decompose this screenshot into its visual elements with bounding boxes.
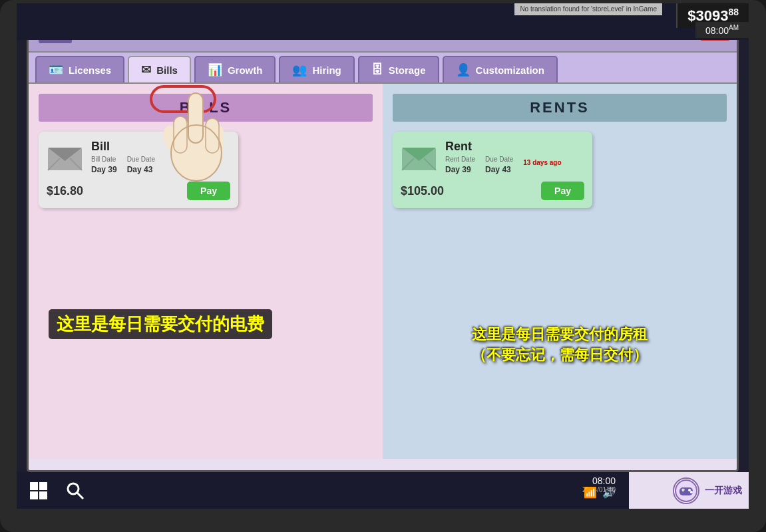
bill-due-date-item: Due Date Day 43	[127, 156, 155, 175]
rent-date-item: Rent Date Day 39	[445, 156, 475, 175]
content-area: BILLS	[29, 84, 737, 459]
rent-card-top: Rent Rent Date Day 39 Due Date Day 43	[401, 140, 584, 175]
translation-notice: No translation found for 'storeLevel' in…	[514, 3, 662, 15]
svg-point-26	[688, 489, 691, 491]
bill-pay-button[interactable]: Pay	[187, 182, 230, 200]
taskbar-status-icons: 📶 🔊	[584, 486, 616, 499]
bill-title: Bill	[91, 140, 230, 154]
wifi-icon: 📶	[584, 486, 597, 499]
tab-bar: 🪪 Licenses ✉ Bills 📊 Growth 👥 Hiring 🗄	[29, 53, 737, 84]
bill-card-bottom: $16.80 Pay	[47, 182, 230, 200]
screen: No translation found for 'storeLevel' in…	[17, 3, 749, 509]
svg-point-27	[690, 491, 693, 493]
rents-header: RENTS	[393, 94, 727, 122]
bill-date-item: Bill Date Day 39	[91, 156, 117, 175]
bill-card: Bill Bill Date Day 39 Due Date Day 43	[39, 132, 238, 208]
rent-overdue-item: 13 days ago	[523, 156, 561, 175]
logo-label: 一开游戏	[705, 485, 742, 497]
rents-section: RENTS	[383, 84, 737, 459]
rent-card: Rent Rent Date Day 39 Due Date Day 43	[393, 132, 592, 208]
bill-due-label: Due Date	[127, 156, 155, 163]
tab-licenses-label: Licenses	[69, 65, 111, 76]
rent-due-value: Day 43	[485, 165, 511, 174]
tab-hiring-label: Hiring	[312, 65, 341, 76]
svg-rect-18	[30, 482, 38, 490]
tab-hiring[interactable]: 👥 Hiring	[279, 56, 354, 82]
bills-icon: ✉	[141, 63, 151, 77]
bills-annotation: 这里是每日需要交付的电费	[49, 309, 272, 339]
rent-due-label: Due Date	[485, 156, 513, 163]
tab-bills[interactable]: ✉ Bills	[128, 56, 191, 82]
taskbar-windows-icon[interactable]	[27, 479, 50, 502]
time-ampm: AM	[729, 24, 739, 31]
rent-amount: $105.00	[401, 184, 444, 198]
rent-info: Rent Rent Date Day 39 Due Date Day 43	[445, 140, 584, 175]
taskbar-search-icon[interactable]	[63, 479, 87, 502]
rent-title: Rent	[445, 140, 584, 154]
search-icon-svg	[65, 481, 85, 501]
svg-rect-21	[39, 491, 47, 499]
windows-icon-svg	[29, 481, 49, 501]
bill-due-value: Day 43	[127, 165, 153, 174]
storage-icon: 🗄	[371, 63, 383, 77]
licenses-icon: 🪪	[49, 63, 63, 77]
tab-growth[interactable]: 📊 Growth	[194, 56, 276, 82]
rent-due-date-item: Due Date Day 43	[485, 156, 513, 175]
tv-frame: No translation found for 'storeLevel' in…	[0, 0, 766, 532]
management-window: MANAGEMENT ✕ 🪪 Licenses ✉ Bills 📊 Growth	[27, 7, 739, 472]
bill-date-label: Bill Date	[91, 156, 117, 163]
tab-storage-label: Storage	[389, 65, 426, 76]
tab-customization[interactable]: 👤 Customization	[443, 56, 558, 82]
sound-icon: 🔊	[602, 486, 616, 499]
bill-amount: $16.80	[47, 184, 83, 198]
svg-rect-20	[30, 491, 38, 499]
rents-annotation: 这里是每日需要交付的房租 （不要忘记，需每日交付）	[389, 325, 730, 366]
customization-icon: 👤	[456, 63, 471, 77]
yikaiyouxi-logo: 一开游戏	[629, 472, 749, 509]
money-cents: 88	[728, 7, 739, 17]
rent-card-bottom: $105.00 Pay	[401, 182, 584, 200]
bill-dates: Bill Date Day 39 Due Date Day 43	[91, 156, 230, 175]
bills-section: BILLS	[29, 84, 383, 459]
rent-date-value: Day 39	[445, 165, 471, 174]
logo-svg	[674, 479, 698, 503]
hiring-icon: 👥	[292, 63, 307, 77]
tab-growth-label: Growth	[228, 65, 263, 76]
svg-point-22	[68, 483, 79, 494]
top-bar: No translation found for 'storeLevel' in…	[17, 3, 749, 40]
taskbar: 08:00 2024/01/40 📶 🔊	[17, 472, 749, 509]
rent-envelope-icon	[401, 142, 437, 172]
svg-line-23	[77, 493, 83, 499]
bill-date-value: Day 39	[91, 165, 117, 174]
svg-rect-29	[683, 488, 684, 491]
tab-customization-label: Customization	[476, 65, 544, 76]
bill-info: Bill Bill Date Day 39 Due Date Day 43	[91, 140, 230, 175]
bill-card-top: Bill Bill Date Day 39 Due Date Day 43	[47, 140, 230, 175]
time-value: 08:00	[705, 25, 729, 36]
tab-bills-label: Bills	[156, 65, 178, 76]
taskbar-time: 08:00	[582, 475, 616, 486]
bill-envelope-icon	[47, 142, 83, 172]
growth-icon: 📊	[208, 63, 222, 77]
bills-header: BILLS	[39, 94, 373, 122]
rents-annotation-line1: 这里是每日需要交付的房租	[389, 325, 730, 345]
rent-date-label: Rent Date	[445, 156, 475, 163]
tab-licenses[interactable]: 🪪 Licenses	[35, 56, 124, 82]
rent-dates: Rent Date Day 39 Due Date Day 43	[445, 156, 584, 175]
rent-overdue-value: 13 days ago	[523, 159, 561, 166]
rent-pay-button[interactable]: Pay	[541, 182, 584, 200]
tab-storage[interactable]: 🗄 Storage	[358, 56, 439, 82]
time-display: 08:00AM	[695, 22, 749, 38]
rents-annotation-line2: （不要忘记，需每日交付）	[389, 345, 730, 366]
svg-rect-19	[39, 482, 47, 490]
logo-circle-icon	[673, 477, 699, 504]
